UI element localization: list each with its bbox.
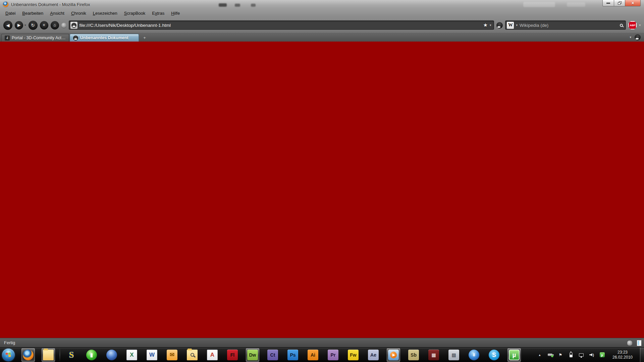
back-button[interactable]: ◀ — [3, 21, 12, 30]
close-button[interactable]: × — [625, 0, 641, 6]
flash-icon: Fl — [227, 350, 238, 360]
tray-clock[interactable]: 23:23 26.02.2010 — [609, 350, 636, 360]
network-icon[interactable] — [578, 352, 584, 358]
glass-reflection — [567, 2, 585, 7]
taskbar-separator — [60, 349, 60, 361]
taskbar-phone-manager[interactable]: ▮ — [85, 348, 98, 362]
list-all-tabs-icon[interactable]: ▾ — [630, 36, 631, 39]
taskbar-globe-app[interactable] — [105, 348, 118, 362]
scanner-icon: ▨ — [448, 350, 459, 360]
taskbar-skype[interactable]: S — [487, 348, 501, 362]
taskbar-windows-media-player[interactable]: ▶ — [387, 348, 400, 362]
stop-icon: × — [43, 23, 45, 27]
globe-app-icon — [106, 350, 117, 360]
taskbar-fireworks[interactable]: Fw — [346, 348, 360, 362]
taskbar-dreamweaver[interactable]: Dw — [246, 348, 259, 362]
taskbar-premiere[interactable]: Pr — [326, 348, 340, 362]
action-center-flag-icon[interactable]: ⚑ — [557, 352, 564, 358]
search-folder-icon — [187, 350, 198, 360]
forward-icon: ▶ — [17, 23, 20, 27]
taskbar-word[interactable]: W — [145, 348, 159, 362]
taskbar-soundbooth[interactable]: Sb — [407, 348, 420, 362]
taskbar-scanner[interactable]: ▨ — [447, 348, 461, 362]
tab-list-icon[interactable] — [635, 34, 641, 40]
new-tab-button[interactable]: + — [141, 34, 148, 41]
navigation-toolbar: ◀ ▶ ▾ ↻ × ⌂ ★ ▾ W ▾ ABP ▾ — [0, 17, 644, 33]
url-input[interactable] — [79, 23, 481, 28]
usb-device-icon[interactable] — [547, 352, 553, 358]
skype-icon: S — [489, 350, 499, 360]
minimize-button[interactable] — [602, 0, 614, 6]
volume-icon[interactable]: ) — [589, 352, 595, 358]
taskbar-excel[interactable]: X — [125, 348, 139, 362]
page-content[interactable] — [0, 42, 644, 338]
favicon-chip — [70, 22, 77, 29]
menu-chronik[interactable]: Chronik — [68, 10, 90, 17]
power-battery-icon[interactable] — [568, 352, 574, 358]
reload-button[interactable]: ↻ — [29, 21, 38, 30]
menu-ansicht[interactable]: Ansicht — [47, 10, 68, 17]
menu-datei[interactable]: Datei — [2, 10, 19, 17]
utorrent-tray-icon[interactable]: µ — [599, 352, 605, 358]
premiere-icon: Pr — [328, 350, 338, 360]
taskbar-outlook[interactable]: ✉ — [165, 348, 179, 362]
illustrator-icon: Ai — [308, 350, 318, 360]
tab-favicon — [73, 36, 78, 41]
taskbar-flash[interactable]: Fl — [226, 348, 239, 362]
start-button[interactable] — [2, 349, 15, 361]
taskbar-sphere-8[interactable]: 8 — [467, 348, 481, 362]
menu-scrapbook[interactable]: ScrapBook — [121, 10, 149, 17]
glass-reflection — [219, 3, 227, 7]
word-icon: W — [147, 350, 157, 360]
restore-icon — [618, 1, 622, 5]
tabbar: 4Portal - 3D-Community Active ...Unbenan… — [0, 33, 644, 42]
urlbar-dropdown-icon[interactable]: ▾ — [490, 23, 491, 27]
show-desktop-button[interactable] — [640, 348, 644, 362]
taskbar-utorrent[interactable]: µ — [507, 348, 521, 362]
taskbar-explorer[interactable] — [42, 348, 55, 362]
url-bar[interactable]: ★ ▾ — [69, 20, 494, 30]
bookmark-star-icon[interactable]: ★ — [483, 22, 487, 28]
page-favicon — [71, 23, 76, 28]
taskbar-contribute[interactable]: Ct — [266, 348, 279, 362]
back-icon: ◀ — [6, 23, 10, 28]
menu-extras[interactable]: Extras — [149, 10, 168, 17]
taskbar-after-effects[interactable]: Ae — [367, 348, 380, 362]
utorrent-icon: µ — [509, 350, 520, 360]
adblock-plus-icon[interactable]: ABP — [628, 21, 637, 29]
taskbar-photoshop[interactable]: Ps — [286, 348, 300, 362]
taskbar-illustrator[interactable]: Ai — [306, 348, 320, 362]
taskbar-movie-app[interactable]: ▦ — [427, 348, 440, 362]
abp-dropdown-icon[interactable]: ▾ — [639, 23, 641, 27]
explorer-icon — [43, 350, 54, 360]
menu-hilfe[interactable]: Hilfe — [168, 10, 183, 17]
taskbar-firefox[interactable] — [21, 348, 35, 362]
tab-active[interactable]: Unbenanntes Dokument — [70, 34, 139, 42]
search-engine-icon[interactable]: W — [507, 22, 514, 29]
glass-reflection — [523, 2, 555, 7]
restore-button[interactable] — [614, 0, 625, 6]
sidebar-toggle-icon[interactable] — [637, 340, 641, 346]
history-dropdown-icon[interactable]: ▾ — [24, 23, 26, 27]
search-engine-dropdown-icon[interactable]: ▾ — [516, 23, 518, 27]
taskbar-search-folder[interactable] — [185, 348, 199, 362]
status-text: Fertig — [4, 340, 15, 345]
taskbar-s-app[interactable]: S — [65, 348, 78, 362]
home-button[interactable]: ⌂ — [51, 21, 59, 29]
menu-bearbeiten[interactable]: Bearbeiten — [19, 10, 47, 17]
menu-lesezeichen[interactable]: Lesezeichen — [90, 10, 121, 17]
forward-button[interactable]: ▶ — [15, 21, 23, 29]
taskbar-doc-a[interactable]: A — [206, 348, 219, 362]
search-box[interactable]: W ▾ — [505, 20, 626, 30]
stop-button[interactable]: × — [40, 21, 48, 29]
feed-icon[interactable] — [496, 22, 503, 28]
search-input[interactable] — [520, 23, 618, 28]
tab-inactive[interactable]: 4Portal - 3D-Community Active ... — [1, 34, 69, 42]
reload-icon: ↻ — [31, 23, 35, 28]
windows-media-player-icon: ▶ — [388, 350, 399, 360]
hidden-icons-button[interactable]: ▴ — [537, 352, 543, 358]
scrapbook-icon[interactable] — [61, 23, 66, 28]
search-icon[interactable] — [620, 24, 623, 27]
scrapbook-status-icon[interactable] — [627, 341, 632, 346]
outlook-icon: ✉ — [167, 350, 177, 360]
